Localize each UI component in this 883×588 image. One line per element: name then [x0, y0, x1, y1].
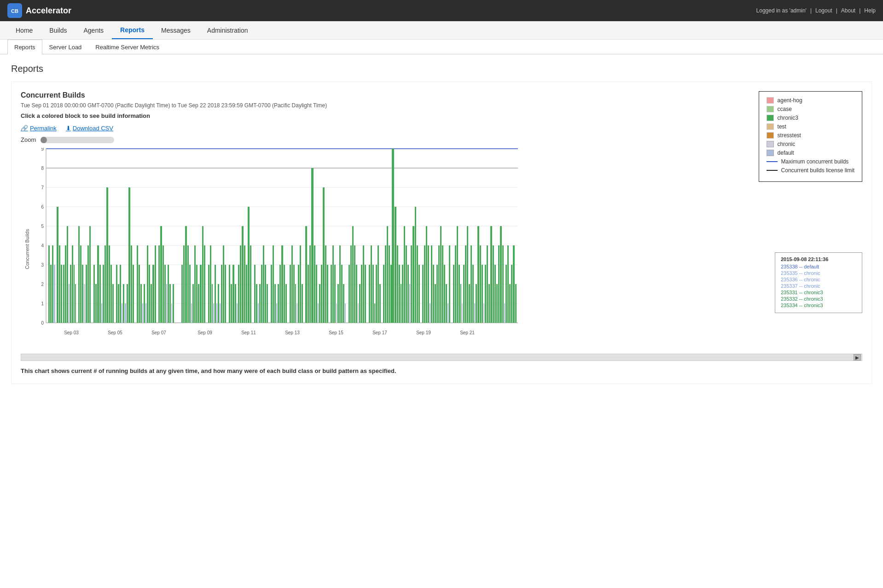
horizontal-scrollbar[interactable]: ▶	[21, 354, 862, 361]
bar[interactable]	[155, 245, 156, 323]
bar[interactable]	[258, 303, 259, 323]
bar[interactable]	[101, 303, 102, 323]
bar[interactable]	[204, 245, 205, 323]
bar[interactable]	[274, 284, 276, 323]
nav-builds[interactable]: Builds	[41, 22, 75, 39]
bar[interactable]	[471, 245, 472, 323]
bar[interactable]	[242, 226, 244, 323]
bar[interactable]	[84, 284, 85, 323]
bar[interactable]	[323, 187, 325, 323]
bar[interactable]	[467, 226, 468, 323]
bar[interactable]	[125, 303, 126, 323]
bar[interactable]	[401, 284, 401, 323]
bar[interactable]	[137, 245, 138, 323]
bar[interactable]	[112, 284, 114, 323]
bar[interactable]	[374, 303, 375, 323]
bar[interactable]	[392, 149, 394, 323]
bar[interactable]	[192, 284, 194, 323]
bar[interactable]	[496, 284, 498, 323]
bar[interactable]	[511, 265, 512, 323]
bar[interactable]	[444, 265, 445, 323]
bar[interactable]	[504, 303, 505, 323]
bar[interactable]	[78, 226, 80, 323]
bar[interactable]	[379, 284, 381, 323]
bar[interactable]	[350, 245, 352, 323]
bar[interactable]	[319, 284, 320, 323]
bar[interactable]	[259, 284, 261, 323]
bar[interactable]	[397, 245, 398, 323]
bar[interactable]	[334, 265, 336, 323]
bar[interactable]	[349, 265, 350, 323]
bar[interactable]	[50, 265, 52, 323]
bar[interactable]	[225, 265, 226, 323]
bar[interactable]	[52, 245, 53, 323]
bar[interactable]	[383, 265, 384, 323]
bar[interactable]	[231, 284, 232, 323]
bar[interactable]	[158, 245, 160, 323]
bar[interactable]	[455, 245, 456, 323]
bar[interactable]	[164, 265, 166, 323]
bar[interactable]	[93, 265, 95, 323]
bar[interactable]	[210, 245, 211, 323]
bar[interactable]	[229, 265, 230, 323]
bar[interactable]	[387, 226, 388, 323]
bar[interactable]	[240, 245, 241, 323]
bar[interactable]	[278, 284, 279, 323]
bar[interactable]	[438, 245, 440, 323]
bar[interactable]	[183, 245, 185, 323]
bar[interactable]	[395, 207, 396, 323]
bar[interactable]	[285, 284, 287, 323]
bar[interactable]	[213, 303, 214, 323]
bar[interactable]	[389, 245, 390, 323]
bar[interactable]	[65, 245, 66, 323]
hscroll-right-arrow[interactable]: ▶	[854, 354, 861, 361]
bar[interactable]	[296, 303, 297, 323]
bar[interactable]	[265, 265, 266, 323]
bar[interactable]	[118, 284, 119, 323]
bar[interactable]	[237, 303, 238, 323]
bar[interactable]	[372, 265, 374, 323]
bar[interactable]	[449, 245, 450, 323]
subnav-tab-reports[interactable]: Reports	[7, 40, 42, 54]
bar[interactable]	[411, 245, 412, 323]
bar[interactable]	[168, 265, 169, 323]
bar[interactable]	[82, 265, 83, 323]
bar[interactable]	[305, 226, 307, 323]
subnav-tab-server-load[interactable]: Server Load	[42, 40, 89, 54]
bar[interactable]	[415, 207, 416, 323]
bar[interactable]	[235, 284, 236, 323]
bar[interactable]	[453, 265, 454, 323]
bar[interactable]	[160, 226, 162, 323]
bar[interactable]	[72, 245, 73, 323]
bar[interactable]	[417, 245, 418, 323]
download-csv-link[interactable]: ⬇ Download CSV	[66, 125, 113, 132]
bar[interactable]	[149, 265, 150, 323]
bar[interactable]	[202, 226, 203, 323]
bar[interactable]	[331, 265, 332, 323]
bar[interactable]	[490, 226, 492, 323]
bar[interactable]	[316, 265, 317, 323]
bar[interactable]	[308, 265, 309, 323]
bar[interactable]	[407, 265, 409, 323]
bar[interactable]	[48, 245, 50, 323]
bar[interactable]	[208, 265, 209, 323]
bar[interactable]	[361, 265, 362, 323]
bar[interactable]	[477, 226, 479, 323]
bar[interactable]	[218, 284, 219, 323]
bar[interactable]	[271, 265, 272, 323]
bar[interactable]	[482, 265, 483, 323]
bar[interactable]	[70, 265, 71, 323]
zoom-slider[interactable]	[41, 137, 114, 143]
bar[interactable]	[59, 245, 60, 323]
bar[interactable]	[215, 265, 216, 323]
subnav-tab-realtime[interactable]: Realtime Server Metrics	[88, 40, 166, 54]
bar[interactable]	[281, 245, 283, 323]
logout-link[interactable]: Logout	[815, 7, 832, 14]
bar[interactable]	[509, 284, 511, 323]
bar[interactable]	[358, 303, 359, 323]
bar[interactable]	[99, 265, 101, 323]
bar[interactable]	[196, 265, 198, 323]
bar[interactable]	[436, 265, 438, 323]
bar[interactable]	[57, 207, 58, 323]
bar[interactable]	[67, 226, 68, 323]
